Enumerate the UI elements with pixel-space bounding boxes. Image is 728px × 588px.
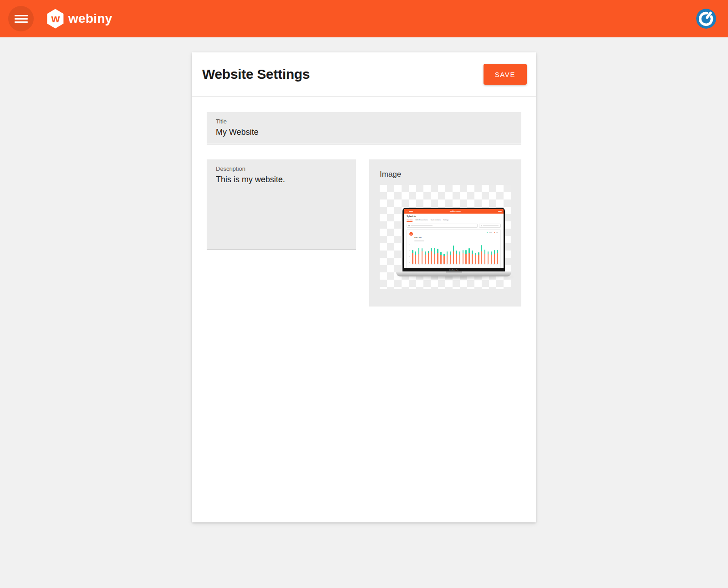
legend-dot-teal — [487, 232, 488, 233]
webiny-wordmark: webiny — [68, 11, 112, 26]
laptop-screen: webiny Splash.io OverviewCMS Environment… — [402, 208, 505, 271]
page-content: Website Settings SAVE Title Description … — [0, 37, 728, 522]
mini-chart-bar — [434, 248, 435, 263]
mini-chart-bar — [488, 251, 489, 264]
mini-chart-bar — [481, 245, 483, 263]
mini-chart-bar — [484, 250, 486, 264]
title-field: Title — [207, 112, 521, 144]
mini-chart-bar — [491, 251, 492, 263]
app-header: w webiny — [0, 0, 728, 37]
save-button[interactable]: SAVE — [484, 64, 527, 85]
mini-dashboard: webiny Splash.io OverviewCMS Environment… — [404, 209, 504, 268]
mini-chart-bar — [422, 248, 423, 263]
mini-tab: Overview — [407, 219, 412, 221]
gravatar-power-icon — [696, 9, 716, 29]
mini-tabs: OverviewCMS EnvironmentsTeam membersSett… — [407, 219, 501, 222]
mini-chart-bar — [425, 251, 426, 264]
mini-chart-y-axis — [409, 245, 410, 263]
mini-chart-bar — [459, 251, 461, 263]
webiny-hexagon-icon: w — [46, 9, 64, 29]
mini-chart-bar — [465, 250, 467, 264]
legend-dot-orange — [494, 232, 495, 233]
mini-chart-bar — [428, 251, 429, 264]
mini-chart-bar — [453, 245, 454, 264]
hamburger-icon — [15, 15, 28, 23]
form-row: Description Image — [207, 159, 521, 307]
description-input[interactable] — [216, 175, 347, 243]
mini-bar-chart — [409, 244, 498, 264]
mini-chart-bar — [497, 250, 498, 263]
mini-chart-x-axis — [409, 265, 498, 265]
mini-search-field — [407, 224, 478, 228]
description-field-label: Description — [216, 165, 347, 172]
website-settings-card: Website Settings SAVE Title Description … — [192, 52, 536, 522]
title-input[interactable] — [216, 128, 512, 137]
mini-hamburger-icon — [406, 211, 407, 212]
webiny-logo[interactable]: w webiny — [46, 9, 112, 29]
menu-button[interactable] — [8, 6, 34, 31]
description-field: Description — [207, 159, 356, 250]
mini-chart-bar — [472, 251, 473, 264]
mini-chart-bar — [456, 251, 458, 264]
page-title: Website Settings — [202, 66, 310, 82]
mini-project-name: Splash.io — [407, 215, 501, 218]
title-field-label: Title — [216, 118, 512, 125]
mini-chart-bar — [415, 251, 417, 264]
mini-chart-bar — [494, 250, 495, 264]
mini-stats-row: 94,34224,94569,379563ms769ms — [409, 267, 498, 268]
mini-chart-bar — [478, 252, 479, 264]
mini-tab: CMS Environments — [415, 219, 428, 221]
mini-chart-card: w API Calls — [407, 230, 501, 268]
mini-chart-bar — [412, 250, 413, 263]
card-header: Website Settings SAVE — [192, 52, 536, 97]
laptop-base — [396, 271, 511, 276]
search-icon — [408, 225, 410, 226]
mini-chart-legend — [487, 232, 498, 233]
image-preview[interactable]: webiny Splash.io OverviewCMS Environment… — [380, 185, 511, 289]
mini-chart-bar — [475, 253, 476, 264]
image-field-label: Image — [380, 170, 511, 179]
user-avatar[interactable] — [696, 9, 716, 29]
mini-chart-bar — [468, 248, 470, 263]
mini-nav-bar: webiny — [404, 209, 504, 214]
api-calls-icon: w — [409, 232, 413, 236]
mini-chart-bar — [431, 248, 432, 263]
mini-chart-title: API Calls — [414, 237, 422, 239]
mini-tab: Team members — [431, 219, 441, 221]
mini-chart-bar — [418, 248, 420, 264]
mini-date-range — [479, 224, 501, 228]
image-field: Image webiny — [369, 159, 521, 307]
mini-chart-bar — [447, 251, 448, 263]
mini-chart-bar — [450, 251, 451, 263]
mini-brand: webiny — [450, 210, 461, 212]
mini-chart-bar — [437, 249, 438, 264]
mini-chart-bar — [440, 252, 442, 264]
mini-chart-bar — [463, 250, 464, 263]
mini-chart-bar — [443, 254, 445, 264]
mini-tab: Settings — [443, 219, 449, 221]
laptop-bezel-label: MacBook Pro — [404, 268, 504, 271]
settings-form: Title Description Image — [192, 97, 536, 322]
